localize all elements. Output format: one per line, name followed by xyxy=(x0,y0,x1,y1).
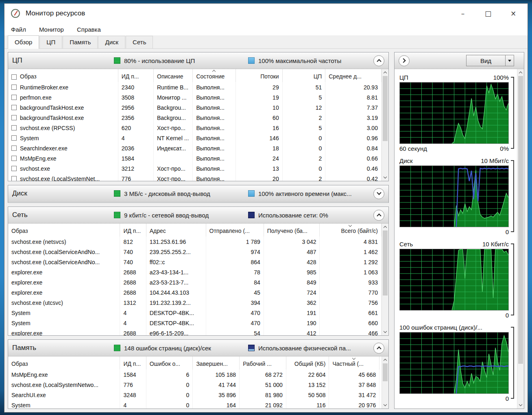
row-checkbox[interactable] xyxy=(11,146,17,151)
cell xyxy=(154,153,193,163)
menu-file[interactable]: Файл xyxy=(11,26,26,33)
cell: 864 xyxy=(206,257,264,267)
resource-monitor-app-icon xyxy=(11,9,20,18)
column-header-memory-2[interactable]: Ошибок о... xyxy=(146,356,193,369)
scrollbar-thumb[interactable] xyxy=(383,76,388,141)
tab-memory[interactable]: Память xyxy=(63,36,98,48)
menu-monitor[interactable]: Монитор xyxy=(39,26,64,33)
table-row[interactable]: explorer.exe2688a23-53-213-7...84849933 xyxy=(8,277,382,287)
table-row[interactable]: svchost.exe (utcsvc)1312191.232.139.2...… xyxy=(8,298,382,308)
table-row[interactable]: System4DESKTOP-4BK...470190660 xyxy=(8,318,382,328)
table-row[interactable]: backgroundTaskHost.exe2956Backgrou...Вып… xyxy=(8,102,382,113)
section-memory-title: Память xyxy=(12,344,114,352)
column-header-memory-6[interactable]: Частный (... xyxy=(329,356,379,369)
column-header-memory-0[interactable]: Образ xyxy=(8,356,120,369)
scrollbar-thumb[interactable] xyxy=(383,363,388,381)
table-row[interactable]: svchost.exe (LocalServiceAndNo...740ff02… xyxy=(8,257,382,267)
column-header-memory-5[interactable]: Общий (КБ) xyxy=(286,356,329,369)
column-header-cpu-0[interactable]: Образ xyxy=(8,69,118,82)
table-row[interactable]: backgroundTaskHost.exe2356Backgrou...Вып… xyxy=(8,113,382,123)
collapse-cpu-button[interactable] xyxy=(373,55,384,66)
column-header-memory-1[interactable]: ИД п... xyxy=(120,356,146,369)
disk-active-legend-label: 100% активного времени (макс... xyxy=(258,190,352,197)
row-checkbox[interactable] xyxy=(11,115,17,120)
collapse-network-button[interactable] xyxy=(373,210,384,221)
row-checkbox[interactable] xyxy=(11,166,17,171)
table-row[interactable]: System4NT Kernel ...Выполня...14600.96 xyxy=(8,133,382,143)
table-row[interactable]: svchost.exe (netsvcs)812131.253.61.961 7… xyxy=(8,237,382,247)
table-row[interactable]: svchost.exe (LocalSystemNet...776Хост-пр… xyxy=(8,174,382,181)
tab-network[interactable]: Сеть xyxy=(126,36,153,48)
column-header-network-5[interactable]: Всего (байт/с) xyxy=(320,224,381,237)
column-header-network-2[interactable]: Адрес xyxy=(146,224,206,237)
table-row[interactable]: svchost.exe (LocalServiceAndNo...740239.… xyxy=(8,247,382,257)
row-checkbox[interactable] xyxy=(11,176,17,181)
table-row[interactable]: MsMpEng.exe1584Выполня...2420.66 xyxy=(8,153,382,163)
column-header-memory-3[interactable]: Завершен... xyxy=(193,356,240,369)
row-checkbox[interactable] xyxy=(11,156,17,161)
graph-title: ЦП xyxy=(399,74,408,81)
view-dropdown-button[interactable]: Вид xyxy=(466,55,514,66)
table-row[interactable]: System4DESKTOP-4BK...470191661 xyxy=(8,308,382,318)
collapse-panel-button[interactable] xyxy=(399,55,410,66)
table-row[interactable]: perfmon.exe3508Монитор ...Выполня...1958… xyxy=(8,92,382,102)
table-row[interactable]: RuntimeBroker.exe2340Runtime B...Выполня… xyxy=(8,82,382,92)
table-row[interactable]: svchost.exe3212Хост-про...Выполня...1300… xyxy=(8,163,382,174)
scroll-down-icon[interactable] xyxy=(517,402,524,408)
row-checkbox[interactable] xyxy=(11,95,17,100)
column-header-network-3[interactable]: Отправлено (... xyxy=(206,224,264,237)
expand-disk-button[interactable] xyxy=(373,188,384,199)
tab-disk[interactable]: Диск xyxy=(98,36,125,48)
column-header-cpu-1[interactable]: ИД п... xyxy=(118,69,154,82)
select-all-checkbox[interactable] xyxy=(11,74,17,80)
scroll-down-icon[interactable] xyxy=(382,329,388,335)
table-row[interactable]: explorer.exe2688a23-43-134-1...789851 06… xyxy=(8,267,382,277)
column-header-cpu-5[interactable]: ЦП xyxy=(283,69,326,82)
table-row[interactable]: System4016421 09211620 976 xyxy=(8,400,382,408)
scroll-down-icon[interactable] xyxy=(382,174,388,181)
scroll-up-icon[interactable] xyxy=(382,224,388,230)
tab-overview[interactable]: Обзор xyxy=(8,35,39,49)
table-row[interactable]: SearchUI.exe3248035 89681 98050 50831 47… xyxy=(8,390,382,400)
panel-scrollbar[interactable] xyxy=(517,69,524,408)
scroll-up-icon[interactable] xyxy=(517,69,524,76)
row-checkbox[interactable] xyxy=(11,125,17,130)
table-row[interactable]: svchost.exe (LocalSystemNetwo...776041 7… xyxy=(8,380,382,390)
table-row[interactable]: SearchIndexer.exe2036Индексат...Выполня.… xyxy=(8,143,382,153)
column-header-network-0[interactable]: Образ xyxy=(8,224,120,237)
scrollbar-thumb[interactable] xyxy=(383,230,388,295)
column-header-cpu-3[interactable]: Состояние xyxy=(193,69,236,82)
menu-help[interactable]: Справка xyxy=(77,26,101,33)
maximize-button[interactable]: □ xyxy=(475,4,501,23)
column-header-network-1[interactable]: ИД п... xyxy=(120,224,146,237)
table-row[interactable]: MsMpEng.exe15846105 18868 27222 60445 66… xyxy=(8,369,382,380)
table-row[interactable]: svchost.exe (RPCSS)620Хост-про...Выполня… xyxy=(8,123,382,133)
column-header-cpu-2[interactable]: Описание xyxy=(154,69,193,82)
row-checkbox[interactable] xyxy=(11,85,17,90)
scroll-up-icon[interactable] xyxy=(382,356,388,363)
cpu-table-scrollbar[interactable] xyxy=(382,69,388,181)
scroll-down-icon[interactable] xyxy=(382,402,388,408)
cell: 1312 xyxy=(120,298,146,308)
scrollbar-thumb[interactable] xyxy=(518,76,523,364)
scroll-up-icon[interactable] xyxy=(382,69,388,76)
cell: Выполня... xyxy=(193,133,236,143)
close-button[interactable]: × xyxy=(501,4,526,23)
collapse-memory-button[interactable] xyxy=(373,343,384,354)
memory-table-scrollbar[interactable] xyxy=(382,356,388,408)
cell: svchost.exe (utcsvc) xyxy=(8,298,120,308)
cell: Выполня... xyxy=(193,123,236,133)
column-header-cpu-4[interactable]: Потоки xyxy=(236,69,283,82)
table-row[interactable]: explorer.exe2688e96-6-15-209...54412466 xyxy=(8,328,382,335)
table-row[interactable]: explorer.exe2688104.244.43.10345724770 xyxy=(8,287,382,298)
tab-cpu[interactable]: ЦП xyxy=(39,36,62,48)
column-header-network-4[interactable]: Получено (ба... xyxy=(264,224,320,237)
row-checkbox[interactable] xyxy=(11,105,17,110)
cell: 4 xyxy=(120,400,146,408)
network-table-scrollbar[interactable] xyxy=(382,224,388,335)
minimize-button[interactable]: – xyxy=(450,4,475,23)
column-header-memory-4[interactable]: Рабочий ... xyxy=(240,356,286,369)
row-checkbox[interactable] xyxy=(11,135,17,141)
section-disk: Диск 3 МБ/с - дисковый ввод-вывод 100% а… xyxy=(8,185,389,203)
column-header-cpu-6[interactable]: Среднее д... xyxy=(325,69,382,82)
